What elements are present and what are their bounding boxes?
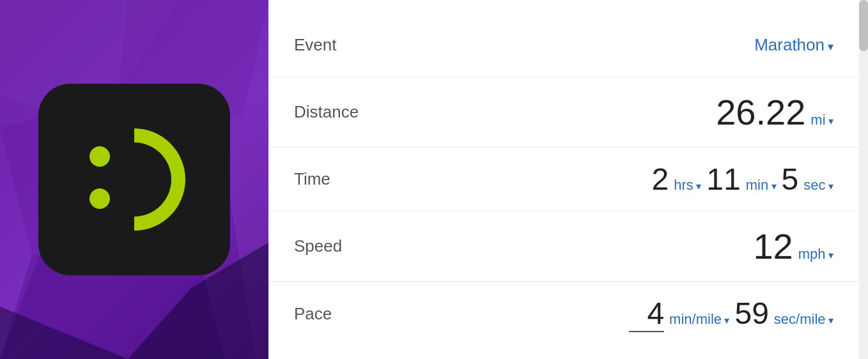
- pace-seconds-unit-dropdown[interactable]: sec/mile: [774, 311, 833, 328]
- time-value: 2 hrs 11 min 5 sec: [652, 162, 833, 197]
- colon-dot-top: [89, 146, 110, 167]
- time-seconds-number: 5: [782, 162, 799, 197]
- time-hours-number: 2: [652, 162, 669, 197]
- time-row: Time 2 hrs 11 min 5 sec: [268, 148, 859, 211]
- pace-minutes-input[interactable]: [629, 296, 664, 332]
- time-minutes-unit-dropdown[interactable]: min: [746, 177, 777, 194]
- speed-value: 12 mph: [753, 225, 833, 267]
- pace-seconds-number: 59: [734, 296, 768, 331]
- distance-label: Distance: [294, 102, 359, 122]
- right-panel: Event Marathon Distance 26.22 mi Time 2 …: [268, 0, 868, 359]
- speed-row: Speed 12 mph: [268, 211, 859, 282]
- distance-number: 26.22: [716, 91, 805, 133]
- pace-label: Pace: [294, 304, 332, 324]
- scrollbar[interactable]: [859, 0, 868, 359]
- pace-row: Pace min/mile 59 sec/mile: [268, 282, 859, 346]
- pace-value: min/mile 59 sec/mile: [629, 296, 833, 332]
- time-minutes-number: 11: [706, 162, 740, 197]
- speed-unit-dropdown[interactable]: mph: [798, 246, 833, 263]
- event-row: Event Marathon: [268, 13, 859, 77]
- left-panel: [0, 0, 268, 359]
- time-seconds-unit-dropdown[interactable]: sec: [803, 177, 833, 194]
- time-hours-unit-dropdown[interactable]: hrs: [674, 177, 701, 194]
- distance-row: Distance 26.22 mi: [268, 77, 859, 148]
- speed-label: Speed: [294, 236, 342, 256]
- smiley-face-graphic: [70, 122, 198, 237]
- event-label: Event: [294, 35, 337, 55]
- speed-number: 12: [753, 225, 793, 267]
- scrollbar-thumb[interactable]: [859, 0, 868, 51]
- pace-minutes-unit-dropdown[interactable]: min/mile: [669, 311, 729, 328]
- paren-right: [134, 128, 185, 231]
- rows-container: Event Marathon Distance 26.22 mi Time 2 …: [268, 13, 868, 346]
- event-value: Marathon: [754, 35, 833, 55]
- time-label: Time: [294, 169, 330, 189]
- distance-value: 26.22 mi: [716, 91, 833, 133]
- distance-unit-dropdown[interactable]: mi: [810, 112, 833, 128]
- event-dropdown[interactable]: Marathon: [754, 35, 833, 55]
- app-icon: [38, 84, 230, 275]
- colon-dot-bottom: [89, 188, 110, 209]
